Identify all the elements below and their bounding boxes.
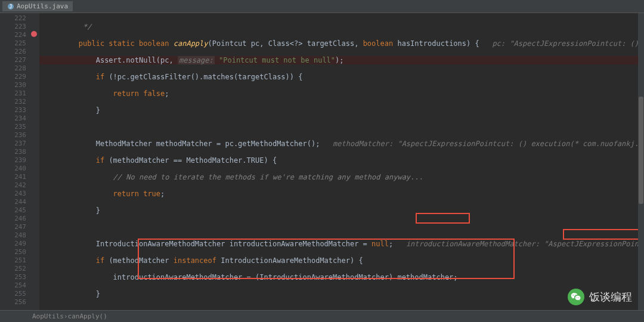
line-number: 249 xyxy=(0,240,26,248)
file-tab[interactable]: J AopUtils.java xyxy=(2,1,73,11)
line-number: 247 xyxy=(0,223,26,231)
line-number: 227 xyxy=(0,56,26,64)
line-number: 246 xyxy=(0,215,26,223)
line-number: 255 xyxy=(0,290,26,298)
line-number: 228 xyxy=(0,64,26,73)
line-number: 237 xyxy=(0,140,26,148)
line-number: 248 xyxy=(0,231,26,240)
line-number: 238 xyxy=(0,148,26,156)
line-number: 233 xyxy=(0,106,26,114)
code-editor[interactable]: 2222232242252262272282292302312322332342… xyxy=(0,13,644,310)
breadcrumb-method[interactable]: canApply() xyxy=(68,312,107,320)
scrollbar-thumb[interactable] xyxy=(639,97,643,204)
line-number: 244 xyxy=(0,198,26,206)
line-number: 241 xyxy=(0,173,26,181)
scrollbar-track[interactable] xyxy=(638,13,644,310)
line-number: 232 xyxy=(0,98,26,106)
line-number: 234 xyxy=(0,114,26,123)
line-number: 230 xyxy=(0,81,26,89)
annotation-box xyxy=(416,213,470,224)
line-number: 235 xyxy=(0,123,26,131)
line-number: 245 xyxy=(0,206,26,215)
line-number: 250 xyxy=(0,248,26,256)
line-gutter: 2222232242252262272282292302312322332342… xyxy=(0,13,30,310)
line-number: 226 xyxy=(0,48,26,56)
inline-hint: methodMatcher: "AspectJExpressionPointcu… xyxy=(320,140,644,148)
line-number: 256 xyxy=(0,298,26,306)
svg-text:J: J xyxy=(10,4,13,10)
tab-bar: J AopUtils.java xyxy=(0,0,644,13)
line-number: 251 xyxy=(0,256,26,265)
line-number: 253 xyxy=(0,273,26,281)
line-number: 236 xyxy=(0,131,26,140)
line-number: 222 xyxy=(0,14,26,23)
tab-filename: AopUtils.java xyxy=(17,2,68,10)
line-number: 252 xyxy=(0,265,26,273)
breadcrumb-bar: AopUtils › canApply() xyxy=(0,310,644,322)
watermark: 饭谈编程 xyxy=(568,289,632,305)
gutter-icons xyxy=(30,13,39,310)
breakpoint-icon[interactable] xyxy=(31,31,37,37)
breadcrumb-class[interactable]: AopUtils xyxy=(32,312,64,320)
code-area[interactable]: */ public static boolean canApply(Pointc… xyxy=(39,13,644,310)
line-number: 239 xyxy=(0,156,26,165)
line-number: 223 xyxy=(0,23,26,31)
inline-hint: introductionAwareMethodMatcher: "AspectJ… xyxy=(393,240,644,248)
line-number: 225 xyxy=(0,39,26,48)
line-number: 231 xyxy=(0,89,26,98)
line-number: 240 xyxy=(0,165,26,173)
java-file-icon: J xyxy=(7,3,14,10)
line-number: 254 xyxy=(0,281,26,290)
watermark-text: 饭谈编程 xyxy=(589,290,632,304)
line-number: 224 xyxy=(0,31,26,39)
line-number: 243 xyxy=(0,190,26,198)
inline-hint: pc: "AspectJExpressionPointcut: () execu… xyxy=(479,39,644,48)
line-number: 229 xyxy=(0,73,26,81)
wechat-icon xyxy=(568,289,584,305)
line-number: 242 xyxy=(0,181,26,190)
